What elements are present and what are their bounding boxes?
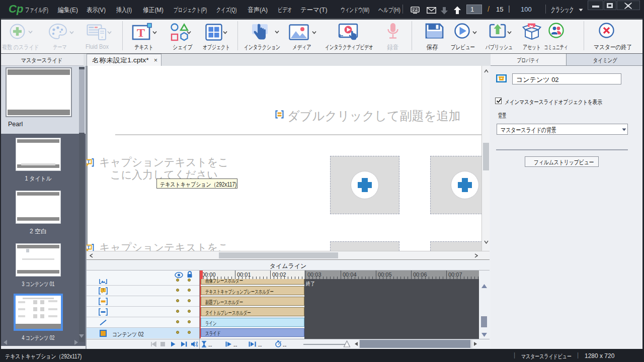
svg-text:T: T	[137, 26, 145, 39]
svg-text:T: T	[87, 160, 90, 164]
svg-text:T: T	[102, 288, 104, 292]
svg-text:T: T	[87, 245, 90, 250]
